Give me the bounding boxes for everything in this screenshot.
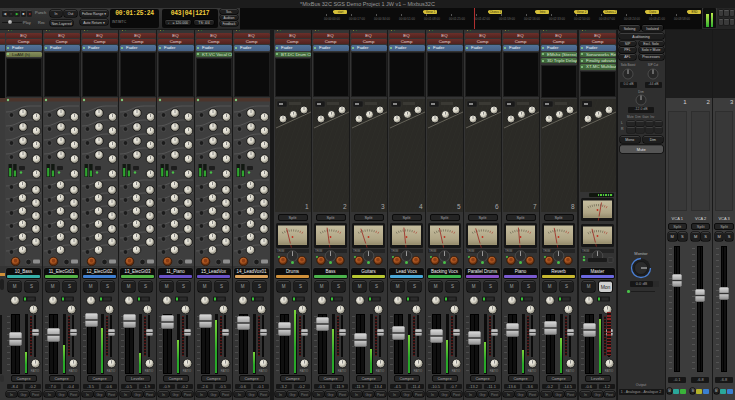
svg-text:TRIM: TRIM xyxy=(505,249,513,253)
svg-text:3: 3 xyxy=(380,203,384,210)
svg-text:6: 6 xyxy=(494,203,498,210)
svg-text:7: 7 xyxy=(532,203,536,210)
svg-text:TRIM: TRIM xyxy=(467,249,475,253)
svg-text:8: 8 xyxy=(570,203,574,210)
svg-text:2: 2 xyxy=(342,203,346,210)
svg-text:5: 5 xyxy=(456,203,460,210)
svg-text:TRIM: TRIM xyxy=(315,249,323,253)
svg-text:4: 4 xyxy=(418,203,422,210)
svg-text:TRIM: TRIM xyxy=(582,249,590,253)
svg-text:1: 1 xyxy=(304,203,308,210)
svg-text:TRIM: TRIM xyxy=(543,249,551,253)
svg-text:TRIM: TRIM xyxy=(277,249,285,253)
svg-text:TRIM: TRIM xyxy=(353,249,361,253)
svg-text:TRIM: TRIM xyxy=(429,249,437,253)
svg-text:TRIM: TRIM xyxy=(391,249,399,253)
